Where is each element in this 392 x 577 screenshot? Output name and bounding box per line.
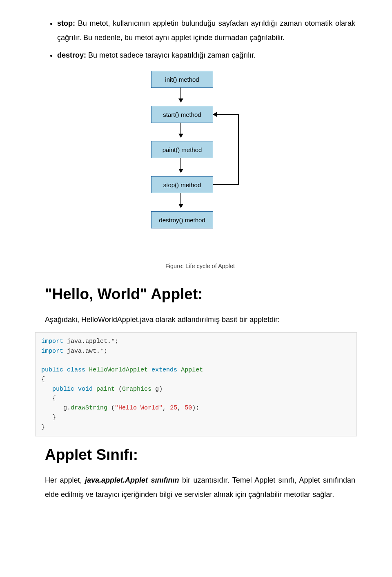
code-token: ( [118,386,122,393]
code-token: , [177,405,181,412]
bullet-stop-text: Bu metot, kullanıcının appletin bulunduğ… [57,19,355,42]
lifecycle-diagram: init() method start() method paint() met… [45,71,355,269]
code-token: "Hello World" [115,405,163,412]
code-token: ) [159,386,163,393]
code-token: Graphics [122,386,151,393]
arrow-icon [180,193,181,208]
bullet-stop-label: stop: [57,19,75,27]
code-token: { [41,376,45,383]
diagram-node-destroy: destroy() method [151,211,213,228]
code-token: g [151,386,159,393]
code-token: public [41,367,63,373]
code-token: paint [93,386,118,393]
loop-line [238,114,239,185]
code-token: HelloWorldApplet [89,367,148,373]
code-token: } [41,414,56,421]
diagram-node-stop: stop() method [151,176,213,193]
code-token: drawString [71,405,111,412]
code-token: g [41,405,67,412]
code-block: import java.applet.*; import java.awt.*;… [35,332,357,436]
code-token: } [41,424,45,431]
bullet-destroy-label: destroy: [57,51,86,59]
bullet-stop: stop: Bu metot, kullanıcının appletin bu… [57,16,355,45]
diagram-node-start: start() method [151,106,213,123]
page: stop: Bu metot, kullanıcının appletin bu… [0,0,392,523]
applet-class-heading: Applet Sınıfı: [45,446,355,463]
code-token: . [67,405,71,412]
code-token: 50 [185,405,192,412]
code-token: class [67,367,85,373]
code-token: ( [111,405,115,412]
diagram-node-init: init() method [151,71,213,88]
code-token: java.awt.*; [63,348,107,355]
code-token: import [41,348,63,355]
text-prefix: Her applet, [45,476,85,484]
arrow-icon [180,123,181,137]
code-token: extends [151,367,177,373]
applet-class-para: Her applet, java.applet.Applet sınıfının… [45,473,355,502]
code-token: java.applet.*; [63,338,118,345]
bullet-destroy-text: Bu metot sadece tarayıcı kapatıldığı zam… [86,51,256,59]
code-token: public [52,386,74,393]
code-token: ); [192,405,199,412]
arrow-icon [180,87,181,102]
arrow-icon [180,158,181,172]
code-token: void [78,386,93,393]
hello-world-intro: Aşağıdaki, HelloWorldApplet.java olarak … [45,313,355,327]
code-token: Applet [181,367,203,373]
text-emphasis: java.applet.Applet sınıfının [85,476,179,484]
code-token: { [41,395,56,402]
diagram-caption: Figure: Life cycle of Applet [45,263,355,269]
loop-line [213,184,239,185]
bullet-destroy: destroy: Bu metot sadece tarayıcı kapatı… [57,48,355,63]
bullet-list: stop: Bu metot, kullanıcının appletin bu… [45,16,355,63]
code-token: import [41,338,63,345]
arrow-icon [213,112,217,117]
diagram-node-paint: paint() method [151,141,213,158]
hello-world-heading: "Hello, World" Applet: [45,286,355,303]
code-token: 25 [170,405,177,412]
code-token: , [163,405,166,412]
